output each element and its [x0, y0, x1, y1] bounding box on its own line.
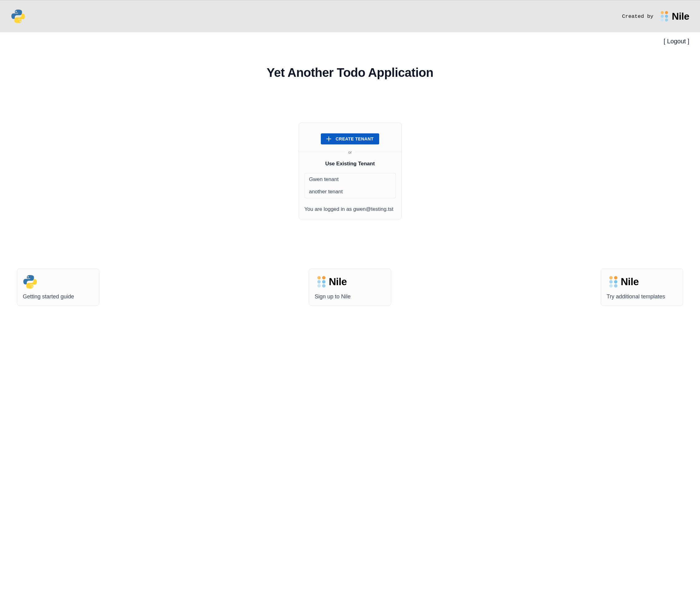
svg-point-0 [661, 11, 664, 14]
created-by-label: Created by [622, 14, 653, 19]
svg-point-8 [318, 280, 321, 284]
svg-point-11 [322, 284, 325, 288]
existing-tenant-section: Use Existing Tenant Gwen tenant another … [299, 152, 401, 202]
tenant-item[interactable]: Gwen tenant [305, 173, 396, 185]
svg-point-13 [614, 276, 617, 279]
tenant-list: Gwen tenant another tenant [304, 173, 396, 198]
svg-point-17 [614, 284, 617, 288]
svg-point-9 [322, 280, 325, 284]
page-title: Yet Another Todo Application [0, 66, 700, 80]
svg-point-10 [318, 284, 321, 288]
nile-brand-text: Nile [329, 276, 347, 288]
info-card-label: Getting started guide [23, 294, 94, 300]
nile-icon [658, 10, 671, 22]
nile-logo-icon: Nile [606, 274, 677, 289]
tenant-card-top: CREATE TENANT [299, 123, 401, 152]
svg-point-5 [665, 19, 668, 22]
nile-brand-text: Nile [672, 11, 689, 22]
created-by: Created by Nile [622, 10, 689, 22]
nile-brand-text: Nile [621, 276, 639, 288]
divider-text: or [345, 150, 355, 154]
existing-tenant-title: Use Existing Tenant [304, 161, 396, 167]
svg-point-7 [322, 276, 325, 279]
nile-logo-icon: Nile [315, 274, 385, 289]
info-card-label: Sign up to Nile [315, 294, 385, 300]
logged-in-prefix: You are logged in as [304, 206, 353, 212]
create-tenant-label: CREATE TENANT [335, 136, 374, 141]
logout-bar: [ Logout ] [0, 32, 700, 50]
tenant-item[interactable]: another tenant [305, 185, 396, 198]
svg-point-15 [614, 280, 617, 284]
tenant-card: CREATE TENANT or Use Existing Tenant Gwe… [299, 123, 402, 219]
svg-point-4 [661, 19, 664, 22]
logged-in-status: You are logged in as gwen@testing.tst [299, 202, 401, 219]
svg-point-2 [661, 15, 664, 18]
svg-point-12 [609, 276, 613, 279]
svg-point-6 [318, 276, 321, 279]
logout-link[interactable]: [ Logout ] [664, 38, 689, 45]
svg-point-14 [609, 280, 613, 284]
plus-icon [326, 136, 331, 141]
info-card-label: Try additional templates [606, 294, 677, 300]
python-logo-icon [11, 9, 25, 24]
svg-point-3 [665, 15, 668, 18]
create-tenant-button[interactable]: CREATE TENANT [321, 133, 379, 144]
info-card-signup[interactable]: Nile Sign up to Nile [309, 269, 391, 306]
logged-in-email: gwen@testing.tst [353, 206, 394, 212]
svg-point-1 [665, 11, 668, 14]
divider: or [299, 152, 401, 152]
info-card-templates[interactable]: Nile Try additional templates [601, 269, 683, 306]
header: Created by Nile [0, 0, 700, 32]
info-card-getting-started[interactable]: Getting started guide [17, 269, 99, 306]
info-cards-row: Getting started guide Nile Sign up to Ni… [0, 269, 700, 306]
python-logo-icon [23, 274, 94, 289]
svg-point-16 [609, 284, 613, 288]
nile-logo[interactable]: Nile [658, 10, 689, 22]
